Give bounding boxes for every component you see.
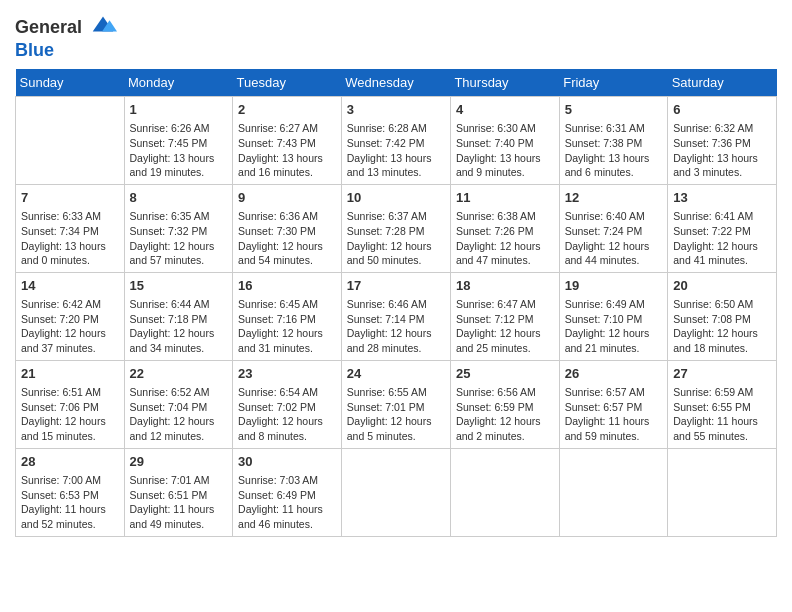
day-number: 17 bbox=[347, 277, 445, 295]
day-header-friday: Friday bbox=[559, 69, 668, 97]
day-number: 4 bbox=[456, 101, 554, 119]
day-info: Sunrise: 6:28 AMSunset: 7:42 PMDaylight:… bbox=[347, 121, 445, 180]
week-row-2: 7Sunrise: 6:33 AMSunset: 7:34 PMDaylight… bbox=[16, 184, 777, 272]
day-cell: 4Sunrise: 6:30 AMSunset: 7:40 PMDaylight… bbox=[450, 97, 559, 185]
day-number: 10 bbox=[347, 189, 445, 207]
day-number: 28 bbox=[21, 453, 119, 471]
day-number: 9 bbox=[238, 189, 336, 207]
day-cell: 24Sunrise: 6:55 AMSunset: 7:01 PMDayligh… bbox=[341, 360, 450, 448]
day-number: 19 bbox=[565, 277, 663, 295]
day-cell: 21Sunrise: 6:51 AMSunset: 7:06 PMDayligh… bbox=[16, 360, 125, 448]
day-cell: 13Sunrise: 6:41 AMSunset: 7:22 PMDayligh… bbox=[668, 184, 777, 272]
day-info: Sunrise: 7:01 AMSunset: 6:51 PMDaylight:… bbox=[130, 473, 228, 532]
day-info: Sunrise: 6:30 AMSunset: 7:40 PMDaylight:… bbox=[456, 121, 554, 180]
logo-line2: Blue bbox=[15, 40, 117, 61]
logo: General Blue bbox=[15, 14, 117, 61]
day-cell: 19Sunrise: 6:49 AMSunset: 7:10 PMDayligh… bbox=[559, 272, 668, 360]
day-cell: 17Sunrise: 6:46 AMSunset: 7:14 PMDayligh… bbox=[341, 272, 450, 360]
day-cell bbox=[668, 448, 777, 536]
day-number: 29 bbox=[130, 453, 228, 471]
day-cell: 6Sunrise: 6:32 AMSunset: 7:36 PMDaylight… bbox=[668, 97, 777, 185]
day-number: 23 bbox=[238, 365, 336, 383]
page-header: General Blue bbox=[15, 10, 777, 61]
week-row-4: 21Sunrise: 6:51 AMSunset: 7:06 PMDayligh… bbox=[16, 360, 777, 448]
day-header-sunday: Sunday bbox=[16, 69, 125, 97]
day-cell: 5Sunrise: 6:31 AMSunset: 7:38 PMDaylight… bbox=[559, 97, 668, 185]
day-cell: 7Sunrise: 6:33 AMSunset: 7:34 PMDaylight… bbox=[16, 184, 125, 272]
day-cell: 8Sunrise: 6:35 AMSunset: 7:32 PMDaylight… bbox=[124, 184, 233, 272]
day-info: Sunrise: 7:00 AMSunset: 6:53 PMDaylight:… bbox=[21, 473, 119, 532]
week-row-5: 28Sunrise: 7:00 AMSunset: 6:53 PMDayligh… bbox=[16, 448, 777, 536]
day-cell: 9Sunrise: 6:36 AMSunset: 7:30 PMDaylight… bbox=[233, 184, 342, 272]
day-number: 8 bbox=[130, 189, 228, 207]
day-number: 25 bbox=[456, 365, 554, 383]
day-info: Sunrise: 6:33 AMSunset: 7:34 PMDaylight:… bbox=[21, 209, 119, 268]
day-cell: 14Sunrise: 6:42 AMSunset: 7:20 PMDayligh… bbox=[16, 272, 125, 360]
day-info: Sunrise: 6:47 AMSunset: 7:12 PMDaylight:… bbox=[456, 297, 554, 356]
day-number: 3 bbox=[347, 101, 445, 119]
day-info: Sunrise: 6:35 AMSunset: 7:32 PMDaylight:… bbox=[130, 209, 228, 268]
day-info: Sunrise: 6:32 AMSunset: 7:36 PMDaylight:… bbox=[673, 121, 771, 180]
day-number: 16 bbox=[238, 277, 336, 295]
day-info: Sunrise: 6:51 AMSunset: 7:06 PMDaylight:… bbox=[21, 385, 119, 444]
day-header-tuesday: Tuesday bbox=[233, 69, 342, 97]
day-header-thursday: Thursday bbox=[450, 69, 559, 97]
day-cell: 23Sunrise: 6:54 AMSunset: 7:02 PMDayligh… bbox=[233, 360, 342, 448]
day-number: 2 bbox=[238, 101, 336, 119]
day-info: Sunrise: 6:31 AMSunset: 7:38 PMDaylight:… bbox=[565, 121, 663, 180]
day-header-saturday: Saturday bbox=[668, 69, 777, 97]
day-info: Sunrise: 6:44 AMSunset: 7:18 PMDaylight:… bbox=[130, 297, 228, 356]
day-info: Sunrise: 6:41 AMSunset: 7:22 PMDaylight:… bbox=[673, 209, 771, 268]
day-cell: 2Sunrise: 6:27 AMSunset: 7:43 PMDaylight… bbox=[233, 97, 342, 185]
day-info: Sunrise: 7:03 AMSunset: 6:49 PMDaylight:… bbox=[238, 473, 336, 532]
day-info: Sunrise: 6:50 AMSunset: 7:08 PMDaylight:… bbox=[673, 297, 771, 356]
day-info: Sunrise: 6:49 AMSunset: 7:10 PMDaylight:… bbox=[565, 297, 663, 356]
day-cell: 22Sunrise: 6:52 AMSunset: 7:04 PMDayligh… bbox=[124, 360, 233, 448]
day-number: 5 bbox=[565, 101, 663, 119]
day-header-wednesday: Wednesday bbox=[341, 69, 450, 97]
day-info: Sunrise: 6:42 AMSunset: 7:20 PMDaylight:… bbox=[21, 297, 119, 356]
day-cell: 29Sunrise: 7:01 AMSunset: 6:51 PMDayligh… bbox=[124, 448, 233, 536]
day-info: Sunrise: 6:45 AMSunset: 7:16 PMDaylight:… bbox=[238, 297, 336, 356]
day-cell: 27Sunrise: 6:59 AMSunset: 6:55 PMDayligh… bbox=[668, 360, 777, 448]
day-info: Sunrise: 6:46 AMSunset: 7:14 PMDaylight:… bbox=[347, 297, 445, 356]
day-number: 11 bbox=[456, 189, 554, 207]
day-cell: 26Sunrise: 6:57 AMSunset: 6:57 PMDayligh… bbox=[559, 360, 668, 448]
day-number: 21 bbox=[21, 365, 119, 383]
day-cell bbox=[16, 97, 125, 185]
day-info: Sunrise: 6:54 AMSunset: 7:02 PMDaylight:… bbox=[238, 385, 336, 444]
day-info: Sunrise: 6:52 AMSunset: 7:04 PMDaylight:… bbox=[130, 385, 228, 444]
day-cell: 28Sunrise: 7:00 AMSunset: 6:53 PMDayligh… bbox=[16, 448, 125, 536]
day-cell bbox=[559, 448, 668, 536]
day-number: 24 bbox=[347, 365, 445, 383]
day-cell: 15Sunrise: 6:44 AMSunset: 7:18 PMDayligh… bbox=[124, 272, 233, 360]
day-info: Sunrise: 6:37 AMSunset: 7:28 PMDaylight:… bbox=[347, 209, 445, 268]
week-row-3: 14Sunrise: 6:42 AMSunset: 7:20 PMDayligh… bbox=[16, 272, 777, 360]
day-number: 26 bbox=[565, 365, 663, 383]
day-header-monday: Monday bbox=[124, 69, 233, 97]
day-number: 6 bbox=[673, 101, 771, 119]
day-number: 18 bbox=[456, 277, 554, 295]
day-cell bbox=[450, 448, 559, 536]
day-cell bbox=[341, 448, 450, 536]
day-info: Sunrise: 6:59 AMSunset: 6:55 PMDaylight:… bbox=[673, 385, 771, 444]
day-number: 13 bbox=[673, 189, 771, 207]
day-info: Sunrise: 6:40 AMSunset: 7:24 PMDaylight:… bbox=[565, 209, 663, 268]
day-number: 7 bbox=[21, 189, 119, 207]
calendar-table: SundayMondayTuesdayWednesdayThursdayFrid… bbox=[15, 69, 777, 537]
day-number: 22 bbox=[130, 365, 228, 383]
day-number: 27 bbox=[673, 365, 771, 383]
day-cell: 12Sunrise: 6:40 AMSunset: 7:24 PMDayligh… bbox=[559, 184, 668, 272]
day-number: 15 bbox=[130, 277, 228, 295]
day-info: Sunrise: 6:36 AMSunset: 7:30 PMDaylight:… bbox=[238, 209, 336, 268]
day-number: 1 bbox=[130, 101, 228, 119]
day-cell: 3Sunrise: 6:28 AMSunset: 7:42 PMDaylight… bbox=[341, 97, 450, 185]
day-number: 30 bbox=[238, 453, 336, 471]
day-info: Sunrise: 6:55 AMSunset: 7:01 PMDaylight:… bbox=[347, 385, 445, 444]
day-cell: 25Sunrise: 6:56 AMSunset: 6:59 PMDayligh… bbox=[450, 360, 559, 448]
day-info: Sunrise: 6:57 AMSunset: 6:57 PMDaylight:… bbox=[565, 385, 663, 444]
day-cell: 10Sunrise: 6:37 AMSunset: 7:28 PMDayligh… bbox=[341, 184, 450, 272]
day-info: Sunrise: 6:56 AMSunset: 6:59 PMDaylight:… bbox=[456, 385, 554, 444]
day-cell: 11Sunrise: 6:38 AMSunset: 7:26 PMDayligh… bbox=[450, 184, 559, 272]
day-number: 14 bbox=[21, 277, 119, 295]
